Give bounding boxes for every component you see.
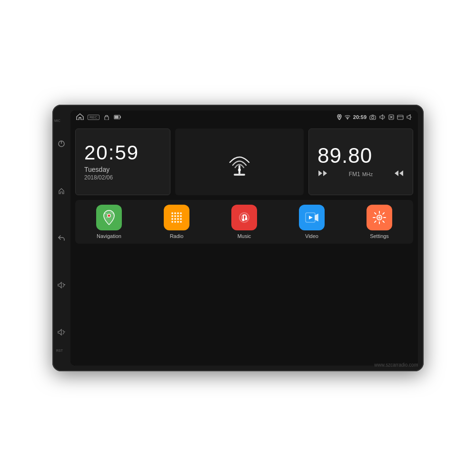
svg-point-35 [174,218,176,220]
window-status-icon [397,114,404,120]
status-bar: REC [70,110,418,124]
svg-point-44 [242,219,245,221]
back-status-icon [407,114,412,120]
volume-status-icon [379,114,386,120]
svg-point-39 [174,221,176,223]
svg-point-40 [177,221,179,223]
clock-day: Tuesday [84,166,161,173]
rec-badge: REC [88,115,99,120]
svg-rect-5 [105,117,109,120]
screen: REC [70,110,418,366]
radio-frequency: 89.80 [317,145,404,166]
svg-point-26 [171,212,173,214]
wifi-icon [345,115,350,119]
svg-rect-8 [115,116,119,119]
clock-widget[interactable]: 20:59 Tuesday 2018/02/06 [75,129,170,195]
navigation-icon [96,205,122,230]
volume-down-button[interactable] [57,327,66,337]
radio-app-icon [164,205,189,230]
home-button[interactable] [76,113,84,121]
svg-rect-7 [120,116,121,118]
status-left: REC [76,113,121,121]
svg-point-12 [372,117,374,119]
lock-icon [103,114,110,120]
power-button[interactable] [57,139,66,149]
settings-label: Settings [370,233,389,239]
settings-icon [367,205,392,230]
car-radio-device: MIC [52,105,424,371]
info-panel: 20:59 Tuesday 2018/02/06 [75,129,413,195]
svg-rect-16 [397,115,403,119]
rst-label: RST [56,349,63,352]
radio-band: FM1 [349,171,360,178]
signal-animation-icon [220,145,258,178]
battery-icon [114,114,121,120]
radio-label-row: FM1 MHz [349,171,373,178]
music-icon [231,205,257,230]
radio-next-button[interactable] [394,170,404,178]
watermark: www.szcarradio.com [374,362,418,367]
camera-status-icon [369,114,376,120]
video-icon [299,205,325,230]
radio-widget[interactable]: 89.80 FM1 MHz [308,129,413,195]
volume-up-button[interactable] [57,280,66,290]
apps-bar: Navigation [75,200,413,244]
x-status-icon [388,114,394,120]
app-video[interactable]: Video [299,205,325,239]
svg-point-48 [378,217,381,219]
svg-point-42 [239,213,249,222]
svg-point-41 [180,221,182,223]
radio-label: Radio [170,233,184,239]
svg-point-38 [171,221,173,223]
svg-point-33 [180,215,182,217]
radio-prev-button[interactable] [317,170,328,178]
svg-point-28 [177,212,179,214]
gps-icon [337,114,342,120]
mic-label: MIC [54,119,60,122]
app-radio[interactable]: Radio [164,205,189,239]
main-content: 20:59 Tuesday 2018/02/06 [70,124,418,366]
svg-point-37 [180,218,182,220]
svg-point-31 [174,215,176,217]
app-music[interactable]: Music [231,205,257,239]
app-settings[interactable]: Settings [367,205,392,239]
back-side-button[interactable] [57,233,66,243]
clock-time: 20:59 [84,143,161,163]
svg-point-36 [177,218,179,220]
video-label: Video [305,233,318,239]
svg-point-27 [174,212,176,214]
svg-rect-19 [234,174,245,176]
signal-widget [175,129,304,195]
home-side-button[interactable] [57,186,66,196]
svg-point-29 [180,212,182,214]
status-center: 20:59 [337,114,412,120]
app-navigation[interactable]: Navigation [96,205,122,239]
svg-point-25 [108,215,110,217]
clock-date: 2018/02/06 [84,174,161,181]
music-label: Music [238,233,251,239]
svg-point-34 [171,218,173,220]
svg-point-10 [347,119,348,119]
svg-point-20 [238,169,241,171]
svg-point-30 [171,215,173,217]
radio-controls: FM1 MHz [317,170,404,178]
svg-point-32 [177,215,179,217]
navigation-label: Navigation [97,233,121,239]
status-time: 20:59 [353,114,367,120]
svg-point-9 [338,116,340,117]
radio-unit: MHz [362,171,373,177]
side-buttons-panel: MIC [52,110,70,366]
